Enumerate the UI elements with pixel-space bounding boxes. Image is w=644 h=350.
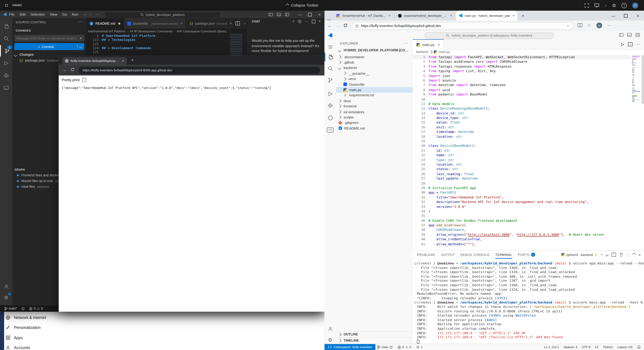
branch-status[interactable]: main <box>377 345 393 349</box>
code-line-15[interactable]: 15 value: float <box>413 120 630 125</box>
code-line-124[interactable]: 124## ⚒ Development Commands <box>86 46 228 50</box>
command-center-search[interactable]: hybrid_developer_platform <box>105 12 220 18</box>
indentation[interactable]: Spaces: 4 <box>564 345 578 349</box>
back-icon[interactable]: ← <box>63 68 67 72</box>
menu-overflow-icon[interactable]: ⋯ <box>83 12 87 16</box>
panel-tab-problems[interactable]: PROBLEMS <box>417 250 436 259</box>
outline-section[interactable]: OUTLINE <box>336 331 413 337</box>
upload-icon[interactable]: ↑ <box>605 3 607 7</box>
run-debug-icon[interactable] <box>324 89 336 99</box>
favorites-icon[interactable]: ☆ <box>587 23 591 27</box>
code-line-12[interactable]: 12class DeviceReading(BaseModel): <box>413 106 630 111</box>
explorer-item-backend[interactable]: backend <box>336 65 413 71</box>
remote-indicator[interactable]: Codespaces: fluffy invention <box>324 344 375 350</box>
history-icon[interactable] <box>298 19 301 23</box>
explorer-item-Dockerfile[interactable]: Dockerfile <box>336 82 413 87</box>
explorer-item-.devcontainer[interactable]: .devcontainer <box>336 54 413 60</box>
kill-terminal-icon[interactable] <box>619 253 623 257</box>
monitor-icon[interactable] <box>594 3 599 7</box>
close-tab-icon[interactable]: × <box>180 21 182 25</box>
close-button[interactable]: × <box>632 11 644 21</box>
explorer-icon[interactable] <box>324 52 336 62</box>
keyboard-layout[interactable]: Layout: US <box>617 345 632 349</box>
log-extension-icon[interactable]: LOG <box>324 125 336 135</box>
browser-profile-avatar[interactable]: o <box>596 22 602 28</box>
code-line-39[interactable]: 39 allow_origins=["http://localhost:3000… <box>413 232 630 237</box>
new-tab-icon[interactable]: + <box>131 57 134 62</box>
split-terminal-icon[interactable] <box>612 253 616 257</box>
code-line-123[interactable]: 123 <box>86 42 228 46</box>
settings-item-network[interactable]: Network & internet <box>6 313 88 322</box>
explorer-item-__pycache__[interactable]: __pycache__ <box>336 71 413 76</box>
url-input[interactable] <box>361 24 564 28</box>
explorer-item-README.md[interactable]: README.md <box>336 126 413 131</box>
layout-icon[interactable] <box>636 33 640 37</box>
tab-packagejson[interactable]: package.json frontend × <box>186 18 236 29</box>
source-control-icon[interactable]: 1 <box>0 45 13 56</box>
ports-status[interactable]: 1 <box>416 345 423 349</box>
eol[interactable]: LF <box>595 345 598 349</box>
new-terminal-icon[interactable]: + <box>601 253 602 257</box>
problems-status[interactable]: 0 ⚠ 0 <box>30 307 43 310</box>
explorer-item-main.py[interactable]: main.py <box>336 87 413 93</box>
menu-edit[interactable]: Edit <box>20 12 26 16</box>
explorer-item-iot-simulators[interactable]: iot-simulators <box>336 109 413 115</box>
code-line-30[interactable]: 30app = FastAPI( <box>413 190 630 195</box>
menu-run[interactable]: Run <box>72 12 78 16</box>
maximize-chat-icon[interactable] <box>312 19 315 23</box>
terminal-dropdown-icon[interactable] <box>605 253 608 256</box>
breadcrumb[interactable]: martHomeHub IoT Platform› ## ⚒ Developme… <box>88 29 244 34</box>
vscode-logo[interactable] <box>328 33 332 38</box>
panel-more-icon[interactable]: ⋯ <box>78 20 82 24</box>
code-line-1[interactable]: 1from fastapi import FastAPI, WebSocket,… <box>413 55 630 60</box>
branch-status[interactable]: main* <box>4 307 17 310</box>
code-line-31[interactable]: 31 title="SmartHomeHub IoT Platform", <box>413 195 630 200</box>
panel-tab-output[interactable]: OUTPUT <box>441 250 455 259</box>
menu-selection[interactable]: Selection <box>30 12 45 16</box>
workspace-section-header[interactable]: HYBRID_DEVELOPER_PLATFORM [CODESPACES: F… <box>336 48 413 53</box>
timeline-section[interactable]: TIMELINE <box>336 338 413 343</box>
code-line-6[interactable]: 6import asyncio <box>413 78 630 83</box>
extensions-icon[interactable] <box>324 100 336 111</box>
explorer-icon[interactable] <box>0 20 12 32</box>
maximize-button[interactable] <box>620 11 632 21</box>
code-line-18[interactable]: 18 location: str <box>413 134 630 139</box>
explorer-item-.github[interactable]: .github <box>336 60 413 65</box>
tab-dockerfile[interactable]: Dockerfile ...\temperature-sensor × <box>124 18 186 29</box>
panel-tab-terminal[interactable]: TERMINAL <box>495 250 512 259</box>
address-bar[interactable]: ☆ <box>352 22 574 29</box>
toggle-panel-icon[interactable] <box>277 12 281 16</box>
minimap[interactable] <box>632 56 641 103</box>
explorer-item-frontend[interactable]: frontend <box>336 104 413 109</box>
encoding[interactable]: UTF-8 <box>582 345 590 349</box>
code-line-5[interactable]: 5import json <box>413 74 630 78</box>
panel-tab-debug[interactable]: DEBUG CONSOLE <box>460 250 490 259</box>
close-panel-icon[interactable]: × <box>638 252 641 257</box>
close-tab-icon[interactable]: × <box>388 13 390 18</box>
extensions-icon[interactable] <box>0 70 12 81</box>
commit-message-input[interactable] <box>14 35 84 41</box>
code-line-24[interactable]: 24 location: str <box>413 163 630 167</box>
code-line-20[interactable]: 20class Device(BaseModel): <box>413 144 630 148</box>
code-line-33[interactable]: 33 version="1.0.0" <box>413 204 630 209</box>
app-grid-icon[interactable] <box>5 4 8 7</box>
settings-item-personalization[interactable]: Personalization <box>6 323 88 332</box>
pretty-print-checkbox[interactable] <box>82 78 86 82</box>
code-line-2[interactable]: 2from fastapi.middleware.cors import COR… <box>413 60 630 64</box>
code-line-27[interactable]: 27 last_update: datetime <box>413 176 630 181</box>
run-python-icon[interactable] <box>621 42 624 46</box>
new-chat-icon[interactable]: + <box>292 19 294 23</box>
tab-readme[interactable]: README.md <box>86 18 124 29</box>
code-line-3[interactable]: 3from fastapi.responses import HTMLRespo… <box>413 64 630 69</box>
settings-item-apps[interactable]: Apps <box>6 333 88 342</box>
split-editor-icon[interactable] <box>236 21 240 25</box>
code-line-29[interactable]: 29# Initialize FastAPI app <box>413 186 630 190</box>
run-debug-icon[interactable] <box>0 57 12 69</box>
more-actions-icon[interactable]: ⋯ <box>636 42 640 46</box>
code-line-16[interactable]: 16 unit: str <box>413 125 630 130</box>
code-line-1[interactable]: 1# SmartHomeHub IoT Platform <box>86 34 228 38</box>
notifications-bell-icon[interactable] <box>637 345 641 349</box>
code-line-7[interactable]: 7from datetime import datetime, timezone <box>413 83 630 88</box>
command-center-search[interactable]: hybrid_developer_platform [Codespaces: f… <box>425 32 554 39</box>
toggle-sidebar-icon[interactable] <box>268 12 272 16</box>
